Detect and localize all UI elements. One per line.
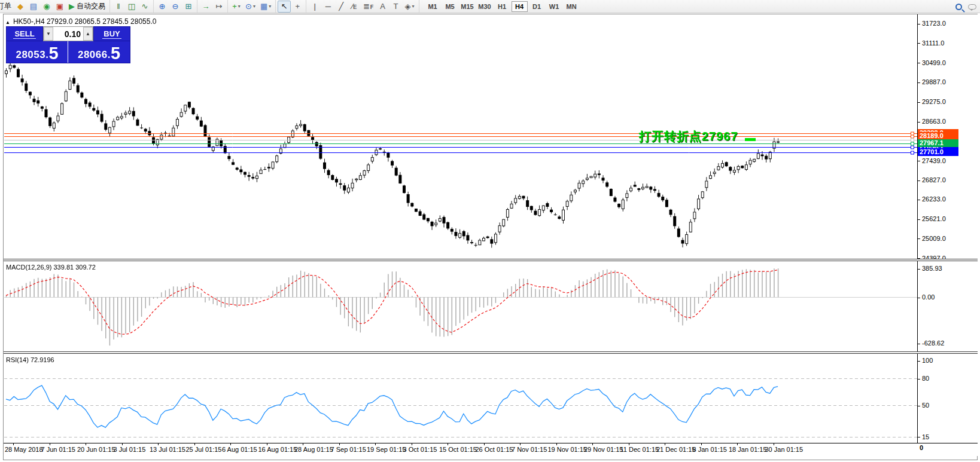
buy-button[interactable]: BUY — [93, 26, 130, 41]
time-axis-tick — [267, 443, 267, 445]
time-axis-tick — [484, 443, 485, 445]
time-axis-tick — [158, 443, 159, 445]
vertical-line-icon[interactable]: | — [308, 1, 321, 13]
timeframe-button-w1[interactable]: W1 — [546, 1, 562, 12]
volume-decrease-button[interactable]: ▼ — [44, 27, 53, 41]
terminal-icon[interactable]: ▣ — [53, 1, 66, 13]
time-axis-tick — [520, 443, 521, 445]
toolbar-group: ‖◫∿ — [110, 0, 154, 13]
volume-stepper: ▼ 0.10 ▲ — [43, 26, 93, 41]
macd-indicator-pane[interactable] — [4, 261, 917, 351]
fibonacci-icon[interactable]: ≣ꜰ — [361, 1, 376, 13]
time-axis-label: 25 Jul 01:15 — [186, 446, 222, 453]
timeframe-button-m5[interactable]: M5 — [442, 1, 458, 12]
timeframe-button-h4[interactable]: H4 — [512, 1, 528, 12]
macd-axis-tick: 0.00 — [918, 293, 935, 301]
tile-windows-icon[interactable]: ⊞ — [182, 1, 195, 13]
auto-scroll-icon[interactable]: → — [199, 1, 212, 13]
pane-splitter[interactable] — [4, 259, 978, 261]
macd-label: MACD(12,26,9) 339.81 309.72 — [6, 264, 96, 271]
templates-button[interactable]: ▦▾ — [258, 1, 273, 13]
time-axis-label: 18 Jan 01:15 — [729, 446, 767, 453]
horizontal-line-icon[interactable]: ─ — [321, 1, 334, 13]
terminal-screen: 订单◆▤◉▣▶自动交易‖◫∿⊕⊖⊞→↦+▾⊙▾▦▾↖+|─╱∕ᴇ≣ꜰAT◈▾ M… — [0, 0, 980, 462]
timeframe-button-m30[interactable]: M30 — [477, 1, 493, 12]
market-watch-icon[interactable]: ◆ — [14, 1, 27, 13]
time-axis-tick — [230, 443, 231, 445]
toolbar-group: →↦ — [197, 0, 228, 13]
volume-value[interactable]: 0.10 — [53, 27, 83, 41]
sell-price[interactable]: 28053.5 — [7, 41, 68, 63]
search-icon[interactable] — [955, 4, 962, 10]
timeframe-button-h1[interactable]: H1 — [494, 1, 510, 12]
rsi-label: RSI(14) 72.9196 — [6, 356, 54, 363]
zoom-out-icon[interactable]: ⊖ — [169, 1, 182, 13]
candlestick-chart-icon[interactable]: ◫ — [125, 1, 138, 13]
trendline-icon[interactable]: ╱ — [334, 1, 348, 13]
volume-increase-button[interactable]: ▲ — [83, 27, 93, 41]
time-axis-label: 28 May 2018 — [5, 446, 43, 453]
add-indicator-button[interactable]: +▾ — [230, 1, 243, 13]
rsi-axis-tick: 80 — [918, 375, 929, 382]
timeframe-button-m1[interactable]: M1 — [425, 1, 441, 12]
main-price-chart[interactable] — [4, 14, 917, 259]
toolbar-group: |─╱∕ᴇ≣ꜰAT◈▾ — [306, 0, 419, 13]
price-axis-tick: 29275.0 — [918, 98, 946, 105]
data-window-icon[interactable]: ▤ — [27, 1, 40, 13]
rsi-axis-tick: 50 — [918, 402, 929, 409]
chart-shift-icon[interactable]: ↦ — [212, 1, 226, 13]
time-axis-tick — [737, 443, 738, 445]
equidistant-channel-icon[interactable]: ∕ᴇ — [348, 1, 361, 13]
zoom-in-icon[interactable]: ⊕ — [156, 1, 169, 13]
price-level-tag: 27701.0 — [918, 148, 958, 156]
time-axis-label: 19 Nov 01:15 — [548, 446, 587, 453]
pane-splitter[interactable] — [4, 351, 978, 354]
time-axis-label: 28 Aug 01:15 — [294, 446, 333, 453]
time-axis-label: 7 Jun 01:15 — [41, 446, 76, 453]
time-axis-tick — [701, 443, 702, 445]
chat-icon[interactable] — [968, 4, 976, 10]
pivot-annotation-text[interactable]: 打开转折点27967 — [639, 128, 738, 145]
time-axis-label: 29 Nov 01:15 — [584, 446, 623, 453]
periods-button[interactable]: ⊙▾ — [243, 1, 258, 13]
time-axis-label: 3 Oct 01:15 — [403, 446, 437, 453]
axis-corner-label: 0 — [920, 444, 923, 451]
time-axis-label: 11 Dec 01:15 — [620, 446, 659, 453]
one-click-trade-panel: SELL ▼ 0.10 ▲ BUY 28053.5 28066.5 — [6, 26, 130, 63]
toolbar-group: ⊕⊖⊞ — [154, 0, 197, 13]
time-axis-tick — [774, 443, 774, 445]
main-toolbar: 订单◆▤◉▣▶自动交易‖◫∿⊕⊖⊞→↦+▾⊙▾▦▾↖+|─╱∕ᴇ≣ꜰAT◈▾ M… — [0, 0, 980, 13]
rsi-indicator-pane[interactable] — [4, 354, 917, 443]
timeframe-button-mn[interactable]: MN — [564, 1, 580, 12]
price-axis-tick: 31723.0 — [918, 20, 946, 27]
crosshair-icon[interactable]: + — [291, 1, 304, 13]
chart-title-row: ▲HK50-,H4 27929.0 28065.5 27845.5 28055.… — [5, 17, 156, 26]
collapse-trade-panel-icon[interactable]: ▲ — [5, 20, 10, 25]
price-axis[interactable]: 31723.031111.030499.029887.029275.028663… — [918, 14, 980, 443]
time-axis[interactable]: 28 May 20187 Jun 01:1520 Jun 01:153 Jul … — [4, 443, 978, 456]
text-label-icon[interactable]: T — [389, 1, 403, 13]
timeframe-button-m15[interactable]: M15 — [459, 1, 476, 12]
price-axis-tick: 31111.0 — [918, 39, 944, 47]
line-chart-icon[interactable]: ∿ — [138, 1, 151, 13]
price-axis-tick: 27439.0 — [918, 157, 946, 164]
price-axis-tick: 30499.0 — [918, 59, 946, 66]
cursor-icon[interactable]: ↖ — [278, 1, 291, 13]
time-axis-label: 30 Jan 01:15 — [765, 446, 804, 453]
new-order-button[interactable]: 订单 — [0, 1, 14, 13]
symbol-ohlc-title: HK50-,H4 27929.0 28065.5 27845.5 28055.0 — [13, 17, 157, 26]
navigator-icon[interactable]: ◉ — [40, 1, 53, 13]
price-axis-tick: 25009.0 — [918, 235, 946, 242]
time-axis-tick — [339, 443, 340, 445]
time-axis-tick — [86, 443, 86, 445]
toolbar-group: ↖+ — [276, 0, 306, 13]
macd-axis-tick: 385.93 — [918, 265, 942, 272]
time-axis-label: 7 Nov 01:15 — [512, 446, 547, 453]
arrows-icon[interactable]: ◈▾ — [403, 1, 417, 13]
timeframe-button-d1[interactable]: D1 — [529, 1, 545, 12]
bar-chart-icon[interactable]: ‖ — [112, 1, 125, 13]
sell-button[interactable]: SELL — [6, 26, 43, 41]
text-icon[interactable]: A — [376, 1, 389, 13]
autotrade-button[interactable]: ▶自动交易 — [66, 1, 108, 13]
buy-price[interactable]: 28066.5 — [68, 41, 130, 63]
